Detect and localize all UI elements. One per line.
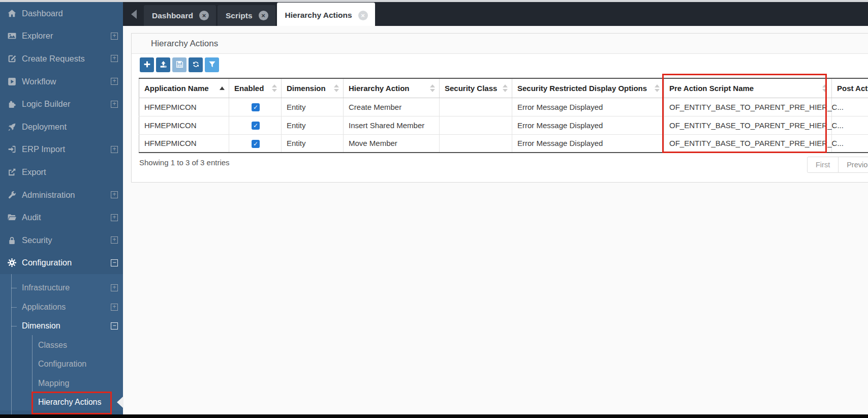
app-window: Dashboard Explorer + Create Requests + W… (0, 0, 868, 418)
sidebar-item-label: Configuration (22, 258, 72, 267)
cell-pre-action-script: OF_ENTITY_BASE_TO_PARENT_PRE_HIER_C... (664, 134, 832, 153)
sort-icon (430, 84, 435, 92)
close-icon[interactable]: × (199, 11, 209, 20)
sidebar-item-security[interactable]: Security + (0, 229, 123, 252)
sidebar-item-erp-import[interactable]: ERP Import + (0, 138, 123, 161)
cell-dimension: Entity (282, 98, 344, 116)
collapse-minus-icon[interactable]: − (111, 259, 118, 266)
close-icon[interactable]: × (259, 11, 268, 20)
checkbox-checked[interactable]: ✓ (252, 140, 260, 148)
tab-scripts[interactable]: Scripts × (218, 5, 275, 26)
puzzle-icon (7, 99, 17, 109)
expand-plus-icon[interactable]: + (111, 191, 118, 198)
sidebar-item-label: Mapping (38, 379, 69, 388)
cell-display-options: Error Message Displayed (512, 134, 664, 153)
sidebar-item-label: Create Requests (22, 54, 85, 64)
column-header-pre-action-script-name[interactable]: Pre Action Script Name (664, 78, 832, 98)
save-button[interactable] (172, 57, 187, 72)
cell-pre-action-script: OF_ENTITY_BASE_TO_PARENT_PRE_HIER_C... (664, 116, 832, 134)
sort-icon (272, 84, 277, 92)
sidebar-item-label: Hierarchy Actions (38, 398, 102, 407)
main-content: Hierarchy Actions (123, 26, 868, 414)
tab-bar: Dashboard × Scripts × Hierarchy Actions … (123, 2, 868, 26)
tab-label: Dashboard (152, 11, 193, 20)
sidebar-item-dimension-configuration[interactable]: Configuration (0, 355, 123, 374)
filter-icon (208, 60, 216, 70)
collapse-minus-icon[interactable]: − (111, 322, 118, 330)
edit-icon (7, 54, 17, 64)
table-row[interactable]: HFMEPMICON ✓ Entity Move Member Error Me… (139, 134, 868, 153)
expand-plus-icon[interactable]: + (111, 146, 118, 153)
window-bottom-bar (0, 414, 868, 418)
sidebar-item-configuration[interactable]: Configuration − (0, 252, 123, 275)
pagination-first-button[interactable]: First (807, 157, 839, 173)
expand-plus-icon[interactable]: + (111, 101, 118, 108)
lock-icon (7, 235, 17, 245)
sidebar-item-explorer[interactable]: Explorer + (0, 25, 123, 48)
cell-display-options: Error Message Displayed (512, 116, 664, 134)
upload-button[interactable] (156, 57, 170, 72)
expand-plus-icon[interactable]: + (111, 304, 118, 311)
sidebar-item-label: Classes (38, 341, 67, 350)
page-title: Hierarchy Actions (132, 34, 868, 54)
pagination-previous-button[interactable]: Previous (838, 157, 868, 173)
sidebar-item-label: Logic Builder (22, 99, 70, 109)
table-row[interactable]: HFMEPMICON ✓ Entity Create Member Error … (139, 98, 868, 116)
column-header-security-class[interactable]: Security Class (440, 78, 512, 98)
sidebar-item-label: Infrastructure (22, 283, 70, 292)
close-icon[interactable]: × (358, 11, 368, 20)
save-icon (175, 60, 184, 70)
sidebar-item-deployment[interactable]: Deployment (0, 115, 123, 138)
sidebar-item-logic-builder[interactable]: Logic Builder + (0, 93, 123, 115)
expand-plus-icon[interactable]: + (111, 214, 118, 221)
expand-plus-icon[interactable]: + (111, 78, 118, 85)
sidebar-item-dimension[interactable]: Dimension − (0, 316, 123, 336)
sidebar-item-dashboard[interactable]: Dashboard (0, 2, 123, 25)
expand-plus-icon[interactable]: + (111, 55, 118, 62)
filter-button[interactable] (205, 57, 219, 72)
column-header-enabled[interactable]: Enabled (229, 78, 282, 98)
sidebar-item-label: Deployment (22, 122, 67, 132)
sidebar-item-export[interactable]: Export (0, 161, 123, 184)
sidebar-item-hierarchy-actions[interactable]: Hierarchy Actions (0, 393, 123, 412)
sidebar-item-create-requests[interactable]: Create Requests + (0, 47, 123, 70)
tab-dashboard[interactable]: Dashboard × (144, 5, 216, 26)
pagination: First Previous (807, 157, 868, 173)
expand-plus-icon[interactable]: + (111, 33, 118, 40)
column-header-hierarchy-action[interactable]: Hierarchy Action (344, 78, 440, 98)
add-button[interactable] (140, 57, 154, 72)
cell-application-name: HFMEPMICON (139, 116, 229, 134)
cell-application-name: HFMEPMICON (139, 134, 229, 153)
sidebar-item-applications[interactable]: Applications + (0, 297, 123, 317)
expand-plus-icon[interactable]: + (111, 284, 118, 291)
checkbox-checked[interactable]: ✓ (252, 122, 260, 130)
tab-hierarchy-actions[interactable]: Hierarchy Actions × (277, 3, 375, 28)
sidebar-item-audit[interactable]: Audit + (0, 206, 123, 229)
sidebar-item-workflow[interactable]: Workflow + (0, 70, 123, 93)
cell-application-name: HFMEPMICON (139, 98, 229, 116)
checkbox-checked[interactable]: ✓ (252, 103, 260, 111)
cell-hierarchy-action: Move Member (344, 134, 440, 153)
sidebar-item-mapping[interactable]: Mapping (0, 374, 123, 393)
refresh-button[interactable] (189, 57, 203, 72)
sidebar-item-label: Workflow (22, 77, 56, 86)
expand-plus-icon[interactable]: + (111, 236, 118, 244)
sort-icon (503, 84, 508, 92)
sidebar-item-administration[interactable]: Administration + (0, 184, 123, 206)
cell-enabled: ✓ (229, 134, 282, 153)
hierarchy-actions-panel: Hierarchy Actions (131, 33, 868, 183)
sidebar-item-classes[interactable]: Classes (0, 336, 123, 355)
cell-pre-action-script: OF_ENTITY_BASE_TO_PARENT_PRE_HIER_C... (664, 98, 832, 116)
toolbar (140, 57, 219, 72)
sidebar-item-infrastructure[interactable]: Infrastructure + (0, 278, 123, 297)
sidebar-item-label: Administration (22, 190, 75, 200)
sidebar: Dashboard Explorer + Create Requests + W… (0, 2, 123, 414)
cell-security-class (440, 134, 512, 153)
column-header-security-restricted-display-options[interactable]: Security Restricted Display Options (512, 78, 664, 98)
tab-scroll-left-icon[interactable] (131, 10, 137, 19)
column-header-post-action-script-name[interactable]: Post Actio (832, 78, 868, 98)
tab-label: Scripts (226, 11, 253, 20)
table-row[interactable]: HFMEPMICON ✓ Entity Insert Shared Member… (139, 116, 868, 134)
column-header-application-name[interactable]: Application Name (139, 78, 229, 98)
column-header-dimension[interactable]: Dimension (282, 78, 344, 98)
